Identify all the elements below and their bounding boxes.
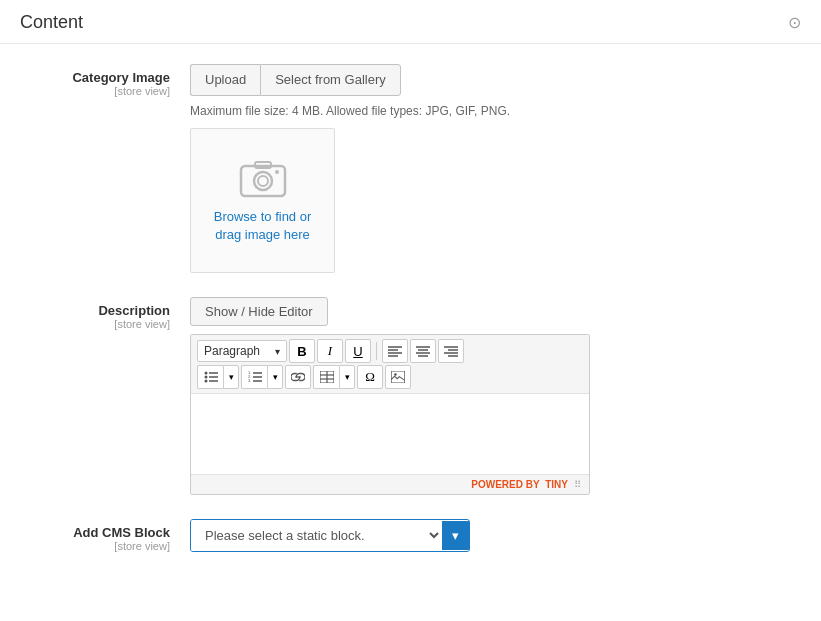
link-icon bbox=[291, 371, 305, 383]
add-cms-label: Add CMS Block [store view] bbox=[30, 519, 190, 552]
cms-dropdown-button[interactable]: ▾ bbox=[442, 521, 469, 550]
list-ol-button[interactable]: 1.2.3. bbox=[241, 365, 267, 389]
svg-point-21 bbox=[204, 380, 207, 383]
align-left-icon bbox=[388, 345, 402, 357]
omega-button[interactable]: Ω bbox=[357, 365, 383, 389]
editor-toolbar: Paragraph ▾ B I U bbox=[191, 335, 589, 394]
image-btn-group: Upload Select from Gallery bbox=[190, 64, 791, 96]
image-button[interactable] bbox=[385, 365, 411, 389]
paragraph-select[interactable]: Paragraph ▾ bbox=[197, 340, 287, 362]
description-label: Description [store view] bbox=[30, 297, 190, 330]
align-right-button[interactable] bbox=[438, 339, 464, 363]
image-icon bbox=[391, 371, 405, 383]
browse-link[interactable]: Browse to find or drag image here bbox=[214, 208, 312, 244]
resize-handle: ⠿ bbox=[574, 479, 581, 490]
underline-button[interactable]: U bbox=[345, 339, 371, 363]
collapse-icon[interactable]: ⊙ bbox=[788, 13, 801, 32]
toolbar-separator-1 bbox=[376, 342, 377, 360]
svg-point-4 bbox=[275, 170, 279, 174]
category-image-label: Category Image [store view] bbox=[30, 64, 190, 97]
align-center-button[interactable] bbox=[410, 339, 436, 363]
editor-footer: POWERED BY TINY ⠿ bbox=[191, 474, 589, 494]
show-hide-editor-button[interactable]: Show / Hide Editor bbox=[190, 297, 328, 326]
list-ol-group: 1.2.3. ▾ bbox=[241, 365, 283, 389]
select-gallery-button[interactable]: Select from Gallery bbox=[260, 64, 401, 96]
page-title: Content bbox=[20, 12, 83, 33]
table-icon bbox=[320, 371, 334, 383]
table-dropdown[interactable]: ▾ bbox=[339, 365, 355, 389]
table-button[interactable] bbox=[313, 365, 339, 389]
list-ul-group: ▾ bbox=[197, 365, 239, 389]
svg-point-17 bbox=[204, 372, 207, 375]
align-center-icon bbox=[416, 345, 430, 357]
add-cms-field: Please select a static block. ▾ bbox=[190, 519, 791, 552]
page-header: Content ⊙ bbox=[0, 0, 821, 44]
category-image-field: Upload Select from Gallery Maximum file … bbox=[190, 64, 791, 273]
editor-wrapper: Paragraph ▾ B I U bbox=[190, 334, 590, 495]
description-field: Show / Hide Editor Paragraph ▾ B I U bbox=[190, 297, 791, 495]
svg-point-35 bbox=[394, 373, 397, 376]
powered-by-tiny: POWERED BY TINY bbox=[471, 479, 568, 490]
content-body: Category Image [store view] Upload Selec… bbox=[0, 44, 821, 596]
cms-select[interactable]: Please select a static block. bbox=[191, 520, 442, 551]
italic-button[interactable]: I bbox=[317, 339, 343, 363]
add-cms-row: Add CMS Block [store view] Please select… bbox=[30, 519, 791, 552]
svg-text:3.: 3. bbox=[248, 378, 251, 383]
link-button[interactable] bbox=[285, 365, 311, 389]
paragraph-dropdown-icon: ▾ bbox=[275, 346, 280, 357]
camera-icon bbox=[239, 158, 287, 198]
file-info: Maximum file size: 4 MB. Allowed file ty… bbox=[190, 104, 791, 118]
toolbar-row-2: ▾ 1.2.3. ▾ bbox=[197, 365, 583, 389]
toolbar-row-1: Paragraph ▾ B I U bbox=[197, 339, 583, 363]
svg-point-2 bbox=[258, 176, 268, 186]
category-image-row: Category Image [store view] Upload Selec… bbox=[30, 64, 791, 273]
description-row: Description [store view] Show / Hide Edi… bbox=[30, 297, 791, 495]
list-ol-icon: 1.2.3. bbox=[248, 371, 262, 383]
svg-rect-0 bbox=[241, 166, 285, 196]
cms-select-wrapper: Please select a static block. ▾ bbox=[190, 519, 470, 552]
image-upload-area[interactable]: Browse to find or drag image here bbox=[190, 128, 335, 273]
align-right-icon bbox=[444, 345, 458, 357]
svg-point-19 bbox=[204, 376, 207, 379]
list-ol-dropdown[interactable]: ▾ bbox=[267, 365, 283, 389]
list-ul-icon bbox=[204, 371, 218, 383]
bold-button[interactable]: B bbox=[289, 339, 315, 363]
svg-point-1 bbox=[254, 172, 272, 190]
upload-button[interactable]: Upload bbox=[190, 64, 260, 96]
table-group: ▾ bbox=[313, 365, 355, 389]
list-ul-button[interactable] bbox=[197, 365, 223, 389]
editor-content[interactable] bbox=[191, 394, 589, 474]
align-left-button[interactable] bbox=[382, 339, 408, 363]
list-ul-dropdown[interactable]: ▾ bbox=[223, 365, 239, 389]
